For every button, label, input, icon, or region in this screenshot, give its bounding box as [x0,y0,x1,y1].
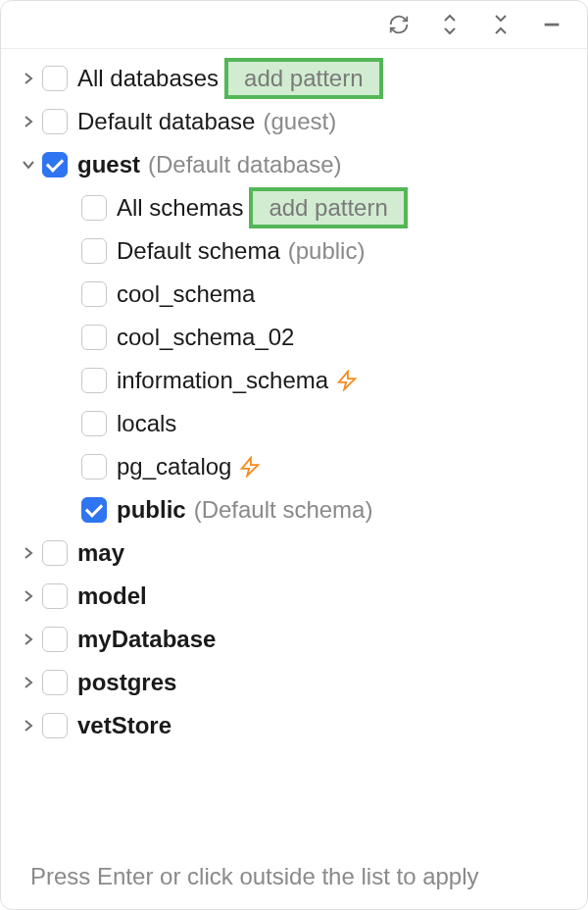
checkbox[interactable] [81,238,107,264]
checkbox[interactable] [42,152,68,177]
annotation: (Default schema) [194,496,373,524]
add-pattern-input[interactable]: add pattern [224,58,382,99]
label: guest [77,151,140,178]
annotation: (guest) [263,108,336,135]
label: locals [117,410,176,437]
label: postgres [77,669,176,696]
label: information_schema [117,367,328,394]
tree-view: All databases add pattern Default databa… [1,49,587,755]
label: All databases [77,65,219,92]
checkbox[interactable] [42,627,68,652]
checkbox[interactable] [81,497,107,523]
checkbox[interactable] [42,109,68,134]
checkbox[interactable] [81,368,107,393]
checkbox[interactable] [81,411,107,436]
row-cool-schema-02[interactable]: cool_schema_02 [1,316,587,359]
lightning-icon [239,456,261,478]
footer-hint: Press Enter or click outside the list to… [30,860,558,893]
annotation: (Default database) [148,151,341,178]
close-chevrons-icon[interactable] [489,13,513,36]
row-default-schema[interactable]: Default schema (public) [1,229,587,273]
label: pg_catalog [117,453,231,480]
checkbox[interactable] [42,583,68,609]
label: model [77,582,147,610]
collapse-icon[interactable] [15,158,42,172]
row-mydatabase[interactable]: myDatabase [1,618,587,661]
row-locals[interactable]: locals [1,402,587,445]
label: cool_schema_02 [117,324,294,351]
row-guest[interactable]: guest (Default database) [1,143,587,186]
checkbox[interactable] [42,66,68,91]
checkbox[interactable] [81,454,107,480]
checkbox[interactable] [81,325,107,350]
expand-icon[interactable] [15,676,42,689]
minimize-icon[interactable] [540,13,564,36]
row-cool-schema[interactable]: cool_schema [1,273,587,316]
row-model[interactable]: model [1,575,587,618]
label: All schemas [117,194,243,222]
annotation: (public) [288,237,366,265]
row-vetstore[interactable]: vetStore [1,704,587,747]
label: Default database [77,108,255,135]
label: vetStore [77,712,172,739]
row-all-schemas[interactable]: All schemas add pattern [1,186,587,229]
checkbox[interactable] [42,540,68,566]
label: Default schema [117,237,280,265]
row-all-databases[interactable]: All databases add pattern [1,57,587,100]
svg-marker-1 [339,372,356,389]
label: may [77,539,124,567]
up-down-icon[interactable] [438,13,462,36]
expand-icon[interactable] [15,546,42,560]
expand-icon[interactable] [15,632,42,646]
expand-icon[interactable] [15,72,42,85]
expand-icon[interactable] [15,719,42,733]
lightning-icon [336,370,358,391]
label: public [117,496,186,524]
checkbox[interactable] [81,281,107,307]
checkbox[interactable] [42,713,68,738]
label: cool_schema [117,280,255,308]
checkbox[interactable] [81,195,107,221]
checkbox[interactable] [42,670,68,695]
label: myDatabase [77,626,216,653]
toolbar [1,1,587,49]
row-postgres[interactable]: postgres [1,661,587,704]
add-pattern-input[interactable]: add pattern [249,187,407,228]
row-public[interactable]: public (Default schema) [1,488,587,531]
row-default-database[interactable]: Default database (guest) [1,100,587,143]
svg-marker-2 [242,458,259,476]
row-information-schema[interactable]: information_schema [1,359,587,402]
expand-icon[interactable] [15,115,42,128]
expand-icon[interactable] [15,589,42,603]
refresh-icon[interactable] [387,13,411,36]
row-may[interactable]: may [1,531,587,575]
row-pg-catalog[interactable]: pg_catalog [1,445,587,488]
